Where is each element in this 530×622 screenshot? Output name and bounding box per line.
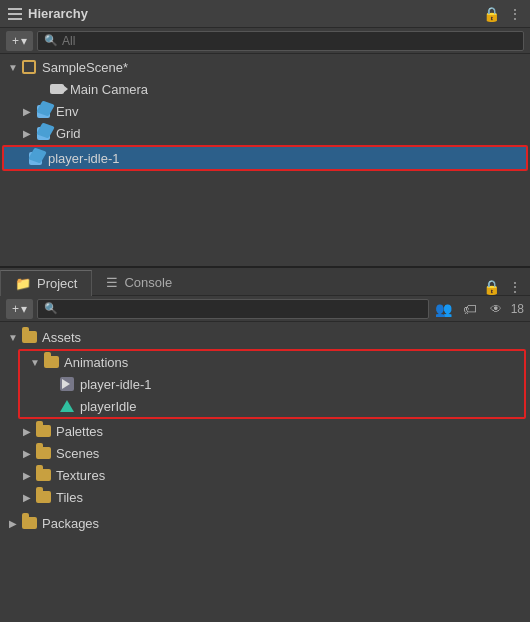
tab-label: Project (37, 276, 77, 291)
expand-arrow: ▶ (20, 470, 34, 481)
hierarchy-toolbar: + ▾ 🔍 (0, 28, 530, 54)
item-label: Assets (42, 330, 81, 345)
folder-icon (34, 444, 52, 462)
chevron-down-icon: ▾ (21, 302, 27, 316)
folder-icon (34, 488, 52, 506)
expand-arrow: ▶ (20, 426, 34, 437)
anim-triangle-icon (58, 397, 76, 415)
item-label: Palettes (56, 424, 103, 439)
chevron-down-icon: ▾ (21, 34, 27, 48)
tree-item-player-idle-1[interactable]: player-idle-1 (4, 147, 526, 169)
expand-arrow: ▶ (6, 518, 20, 529)
item-label: Env (56, 104, 78, 119)
more-options-icon[interactable]: ⋮ (508, 6, 522, 22)
item-label: Main Camera (70, 82, 148, 97)
tab-console[interactable]: ☰ Console (92, 269, 186, 295)
item-label: Packages (42, 516, 99, 531)
more-options-icon[interactable]: ⋮ (508, 279, 522, 295)
project-toolbar: + ▾ 🔍 👥 🏷 👁 18 (0, 296, 530, 322)
people-icon-button[interactable]: 👥 (433, 298, 455, 320)
folder-icon-tab: 📁 (15, 276, 31, 291)
hamburger-icon[interactable] (8, 8, 22, 20)
item-label: Scenes (56, 446, 99, 461)
lock-icon[interactable]: 🔒 (483, 6, 500, 22)
tree-item-textures[interactable]: ▶ Textures (0, 464, 530, 486)
scene-icon (20, 58, 38, 76)
cube-icon (34, 102, 52, 120)
item-label: Textures (56, 468, 105, 483)
hierarchy-title: Hierarchy (28, 6, 477, 21)
search-box: 🔍 (37, 31, 524, 51)
folder-icon (34, 466, 52, 484)
item-label: Tiles (56, 490, 83, 505)
tab-project[interactable]: 📁 Project (0, 270, 92, 296)
asset-search-box: 🔍 (37, 299, 429, 319)
expand-arrow: ▶ (20, 492, 34, 503)
tree-item-assets[interactable]: ▼ Assets (0, 326, 530, 348)
tree-item-animations[interactable]: ▼ Animations (20, 351, 524, 373)
tab-label: Console (124, 275, 172, 290)
expand-arrow: ▼ (6, 332, 20, 343)
item-label: playerIdle (80, 399, 136, 414)
add-button[interactable]: + ▾ (6, 31, 33, 51)
search-icon: 🔍 (44, 302, 58, 315)
anim-controller-icon (58, 375, 76, 393)
folder-icon (20, 328, 38, 346)
expand-arrow: ▶ (20, 448, 34, 459)
cube-icon (34, 124, 52, 142)
search-input[interactable] (62, 34, 517, 48)
bottom-panel: 📁 Project ☰ Console 🔒 ⋮ + ▾ 🔍 👥 🏷 👁 18 (0, 268, 530, 622)
folder-icon (20, 514, 38, 532)
add-asset-button[interactable]: + ▾ (6, 299, 33, 319)
hierarchy-header: Hierarchy 🔒 ⋮ (0, 0, 530, 28)
item-label: Grid (56, 126, 81, 141)
hierarchy-panel: Hierarchy 🔒 ⋮ + ▾ 🔍 ▼ SampleScene* (0, 0, 530, 268)
tag-icon-button[interactable]: 🏷 (459, 298, 481, 320)
cube-icon (26, 149, 44, 167)
item-label: SampleScene* (42, 60, 128, 75)
expand-arrow: ▶ (20, 128, 34, 139)
folder-icon (42, 353, 60, 371)
tree-item-tiles[interactable]: ▶ Tiles (0, 486, 530, 508)
camera-icon (48, 80, 66, 98)
tree-item-player-idle-1-asset[interactable]: player-idle-1 (20, 373, 524, 395)
tree-item-palettes[interactable]: ▶ Palettes (0, 420, 530, 442)
tree-item-packages[interactable]: ▶ Packages (0, 512, 530, 534)
tree-item-sample-scene[interactable]: ▼ SampleScene* (0, 56, 530, 78)
item-label: player-idle-1 (80, 377, 152, 392)
console-icon-tab: ☰ (106, 275, 118, 290)
header-icons: 🔒 ⋮ (483, 6, 522, 22)
asset-tree: ▼ Assets ▼ Animations playe (0, 322, 530, 622)
tree-item-grid[interactable]: ▶ Grid (0, 122, 530, 144)
expand-arrow: ▶ (20, 106, 34, 117)
eye-badge: 18 (511, 302, 524, 316)
hierarchy-tree: ▼ SampleScene* Main Camera ▶ Env ▶ (0, 54, 530, 266)
expand-arrow: ▼ (6, 62, 20, 73)
item-label: player-idle-1 (48, 151, 120, 166)
item-label: Animations (64, 355, 128, 370)
search-icon: 🔍 (44, 34, 58, 47)
tree-item-scenes[interactable]: ▶ Scenes (0, 442, 530, 464)
tree-item-main-camera[interactable]: Main Camera (0, 78, 530, 100)
asset-search-input[interactable] (62, 302, 422, 316)
eye-icon: 👁 (485, 298, 507, 320)
tree-item-player-idle-asset[interactable]: playerIdle (20, 395, 524, 417)
tab-header-icons: 🔒 ⋮ (475, 279, 530, 295)
folder-icon (34, 422, 52, 440)
lock-icon[interactable]: 🔒 (483, 279, 500, 295)
tree-item-env[interactable]: ▶ Env (0, 100, 530, 122)
expand-arrow: ▼ (28, 357, 42, 368)
tab-bar: 📁 Project ☰ Console 🔒 ⋮ (0, 268, 530, 296)
